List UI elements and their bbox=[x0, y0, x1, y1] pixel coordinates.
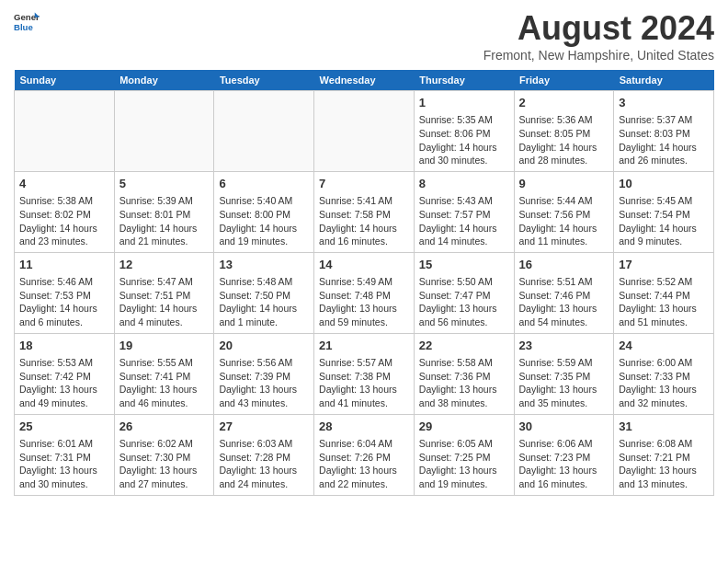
calendar-cell: 11Sunrise: 5:46 AM Sunset: 7:53 PM Dayli… bbox=[15, 252, 115, 333]
day-info: Sunrise: 5:56 AM Sunset: 7:39 PM Dayligh… bbox=[219, 357, 297, 408]
day-header-friday: Friday bbox=[514, 70, 614, 91]
day-info: Sunrise: 6:03 AM Sunset: 7:28 PM Dayligh… bbox=[219, 438, 297, 489]
date-number: 31 bbox=[619, 419, 709, 435]
week-row-3: 11Sunrise: 5:46 AM Sunset: 7:53 PM Dayli… bbox=[15, 252, 714, 333]
day-header-thursday: Thursday bbox=[414, 70, 514, 91]
week-row-1: 1Sunrise: 5:35 AM Sunset: 8:06 PM Daylig… bbox=[15, 91, 714, 172]
calendar-cell: 15Sunrise: 5:50 AM Sunset: 7:47 PM Dayli… bbox=[414, 252, 514, 333]
date-number: 11 bbox=[19, 257, 109, 273]
header-row: SundayMondayTuesdayWednesdayThursdayFrid… bbox=[15, 70, 714, 91]
calendar-cell: 24Sunrise: 6:00 AM Sunset: 7:33 PM Dayli… bbox=[614, 333, 714, 414]
week-row-2: 4Sunrise: 5:38 AM Sunset: 8:02 PM Daylig… bbox=[15, 171, 714, 252]
date-number: 25 bbox=[19, 419, 109, 435]
day-info: Sunrise: 5:39 AM Sunset: 8:01 PM Dayligh… bbox=[119, 195, 198, 247]
date-number: 28 bbox=[319, 419, 409, 435]
calendar-cell: 8Sunrise: 5:43 AM Sunset: 7:57 PM Daylig… bbox=[414, 171, 514, 252]
calendar-cell: 27Sunrise: 6:03 AM Sunset: 7:28 PM Dayli… bbox=[214, 414, 314, 495]
day-info: Sunrise: 5:50 AM Sunset: 7:47 PM Dayligh… bbox=[419, 276, 497, 327]
date-number: 2 bbox=[519, 95, 609, 111]
date-number: 3 bbox=[619, 95, 709, 111]
date-number: 6 bbox=[219, 176, 309, 192]
calendar-cell: 18Sunrise: 5:53 AM Sunset: 7:42 PM Dayli… bbox=[15, 333, 115, 414]
date-number: 21 bbox=[319, 338, 409, 354]
title-area: August 2024 Fremont, New Hampshire, Unit… bbox=[483, 9, 714, 63]
calendar-cell: 28Sunrise: 6:04 AM Sunset: 7:26 PM Dayli… bbox=[314, 414, 415, 495]
day-info: Sunrise: 5:35 AM Sunset: 8:06 PM Dayligh… bbox=[419, 114, 497, 166]
date-number: 4 bbox=[19, 176, 109, 192]
date-number: 5 bbox=[119, 176, 210, 192]
calendar-cell: 2Sunrise: 5:36 AM Sunset: 8:05 PM Daylig… bbox=[514, 91, 614, 172]
date-number: 17 bbox=[619, 257, 709, 273]
day-info: Sunrise: 5:44 AM Sunset: 7:56 PM Dayligh… bbox=[519, 195, 597, 247]
calendar-cell: 6Sunrise: 5:40 AM Sunset: 8:00 PM Daylig… bbox=[214, 171, 314, 252]
date-number: 18 bbox=[19, 338, 109, 354]
day-header-monday: Monday bbox=[114, 70, 214, 91]
day-info: Sunrise: 5:57 AM Sunset: 7:38 PM Dayligh… bbox=[319, 357, 397, 408]
calendar-cell: 19Sunrise: 5:55 AM Sunset: 7:41 PM Dayli… bbox=[114, 333, 214, 414]
week-row-4: 18Sunrise: 5:53 AM Sunset: 7:42 PM Dayli… bbox=[15, 333, 714, 414]
date-number: 20 bbox=[219, 338, 309, 354]
calendar-cell: 10Sunrise: 5:45 AM Sunset: 7:54 PM Dayli… bbox=[614, 171, 714, 252]
day-info: Sunrise: 5:49 AM Sunset: 7:48 PM Dayligh… bbox=[319, 276, 397, 327]
day-info: Sunrise: 5:53 AM Sunset: 7:42 PM Dayligh… bbox=[19, 357, 97, 408]
day-info: Sunrise: 5:58 AM Sunset: 7:36 PM Dayligh… bbox=[419, 357, 497, 408]
date-number: 24 bbox=[619, 338, 709, 354]
day-info: Sunrise: 6:04 AM Sunset: 7:26 PM Dayligh… bbox=[319, 438, 397, 489]
date-number: 7 bbox=[319, 176, 409, 192]
header: General Blue August 2024 Fremont, New Ha… bbox=[14, 9, 714, 63]
date-number: 12 bbox=[119, 257, 210, 273]
day-info: Sunrise: 5:46 AM Sunset: 7:53 PM Dayligh… bbox=[19, 276, 97, 327]
calendar-cell: 22Sunrise: 5:58 AM Sunset: 7:36 PM Dayli… bbox=[414, 333, 514, 414]
calendar-cell: 1Sunrise: 5:35 AM Sunset: 8:06 PM Daylig… bbox=[414, 91, 514, 172]
calendar-cell: 4Sunrise: 5:38 AM Sunset: 8:02 PM Daylig… bbox=[15, 171, 115, 252]
calendar-table: SundayMondayTuesdayWednesdayThursdayFrid… bbox=[14, 70, 714, 496]
main-title: August 2024 bbox=[483, 9, 714, 48]
calendar-cell: 13Sunrise: 5:48 AM Sunset: 7:50 PM Dayli… bbox=[214, 252, 314, 333]
calendar-cell: 7Sunrise: 5:41 AM Sunset: 7:58 PM Daylig… bbox=[314, 171, 415, 252]
calendar-cell bbox=[214, 91, 314, 172]
date-number: 23 bbox=[519, 338, 609, 354]
day-info: Sunrise: 6:08 AM Sunset: 7:21 PM Dayligh… bbox=[619, 438, 697, 489]
calendar-cell: 12Sunrise: 5:47 AM Sunset: 7:51 PM Dayli… bbox=[114, 252, 214, 333]
date-number: 26 bbox=[119, 419, 210, 435]
day-info: Sunrise: 5:43 AM Sunset: 7:57 PM Dayligh… bbox=[419, 195, 497, 247]
calendar-cell bbox=[15, 91, 115, 172]
day-info: Sunrise: 5:45 AM Sunset: 7:54 PM Dayligh… bbox=[619, 195, 697, 247]
day-header-wednesday: Wednesday bbox=[314, 70, 415, 91]
calendar-cell: 25Sunrise: 6:01 AM Sunset: 7:31 PM Dayli… bbox=[15, 414, 115, 495]
calendar-cell: 20Sunrise: 5:56 AM Sunset: 7:39 PM Dayli… bbox=[214, 333, 314, 414]
week-row-5: 25Sunrise: 6:01 AM Sunset: 7:31 PM Dayli… bbox=[15, 414, 714, 495]
date-number: 29 bbox=[419, 419, 509, 435]
calendar-cell: 14Sunrise: 5:49 AM Sunset: 7:48 PM Dayli… bbox=[314, 252, 415, 333]
day-info: Sunrise: 6:06 AM Sunset: 7:23 PM Dayligh… bbox=[519, 438, 597, 489]
date-number: 9 bbox=[519, 176, 609, 192]
day-info: Sunrise: 5:52 AM Sunset: 7:44 PM Dayligh… bbox=[619, 276, 697, 327]
day-header-sunday: Sunday bbox=[15, 70, 115, 91]
date-number: 15 bbox=[419, 257, 509, 273]
day-info: Sunrise: 5:47 AM Sunset: 7:51 PM Dayligh… bbox=[119, 276, 198, 327]
day-header-tuesday: Tuesday bbox=[214, 70, 314, 91]
calendar-cell: 17Sunrise: 5:52 AM Sunset: 7:44 PM Dayli… bbox=[614, 252, 714, 333]
date-number: 22 bbox=[419, 338, 509, 354]
day-info: Sunrise: 5:55 AM Sunset: 7:41 PM Dayligh… bbox=[119, 357, 198, 408]
calendar-cell: 31Sunrise: 6:08 AM Sunset: 7:21 PM Dayli… bbox=[614, 414, 714, 495]
date-number: 27 bbox=[219, 419, 309, 435]
date-number: 8 bbox=[419, 176, 509, 192]
calendar-cell: 16Sunrise: 5:51 AM Sunset: 7:46 PM Dayli… bbox=[514, 252, 614, 333]
date-number: 10 bbox=[619, 176, 709, 192]
calendar-cell bbox=[114, 91, 214, 172]
subtitle: Fremont, New Hampshire, United States bbox=[483, 48, 714, 63]
calendar-cell bbox=[314, 91, 415, 172]
day-info: Sunrise: 6:01 AM Sunset: 7:31 PM Dayligh… bbox=[19, 438, 97, 489]
day-info: Sunrise: 6:05 AM Sunset: 7:25 PM Dayligh… bbox=[419, 438, 497, 489]
day-info: Sunrise: 5:48 AM Sunset: 7:50 PM Dayligh… bbox=[219, 276, 297, 327]
day-header-saturday: Saturday bbox=[614, 70, 714, 91]
calendar-cell: 21Sunrise: 5:57 AM Sunset: 7:38 PM Dayli… bbox=[314, 333, 415, 414]
day-info: Sunrise: 5:36 AM Sunset: 8:05 PM Dayligh… bbox=[519, 114, 597, 166]
calendar-cell: 3Sunrise: 5:37 AM Sunset: 8:03 PM Daylig… bbox=[614, 91, 714, 172]
day-info: Sunrise: 5:37 AM Sunset: 8:03 PM Dayligh… bbox=[619, 114, 697, 166]
day-info: Sunrise: 5:51 AM Sunset: 7:46 PM Dayligh… bbox=[519, 276, 597, 327]
logo: General Blue bbox=[14, 9, 40, 35]
day-info: Sunrise: 5:40 AM Sunset: 8:00 PM Dayligh… bbox=[219, 195, 297, 247]
calendar-cell: 30Sunrise: 6:06 AM Sunset: 7:23 PM Dayli… bbox=[514, 414, 614, 495]
